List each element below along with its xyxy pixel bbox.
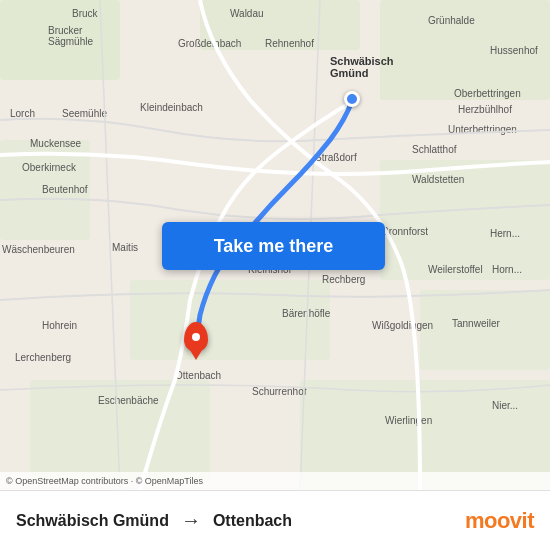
bottom-bar: Schwäbisch Gmünd → Ottenbach moovit (0, 490, 550, 550)
green-area (0, 140, 90, 240)
start-marker (344, 91, 360, 107)
green-area (200, 0, 360, 50)
green-area (380, 0, 550, 100)
end-marker (184, 322, 208, 352)
destination-label: Ottenbach (213, 512, 292, 530)
take-me-there-button[interactable]: Take me there (162, 222, 385, 270)
green-area (130, 280, 330, 360)
green-area (0, 0, 120, 80)
green-area (380, 160, 550, 280)
green-area (30, 380, 210, 480)
green-area (420, 290, 550, 370)
origin-label: Schwäbisch Gmünd (16, 512, 169, 530)
map-container: Bruck BruckerSägmühle Waldau Großdeinbac… (0, 0, 550, 490)
direction-arrow: → (181, 509, 201, 532)
attribution-text: © OpenStreetMap contributors · © OpenMap… (6, 476, 203, 486)
moovit-text: moovit (465, 508, 534, 534)
map-attribution: © OpenStreetMap contributors · © OpenMap… (0, 472, 550, 490)
moovit-logo: moovit (465, 508, 534, 534)
